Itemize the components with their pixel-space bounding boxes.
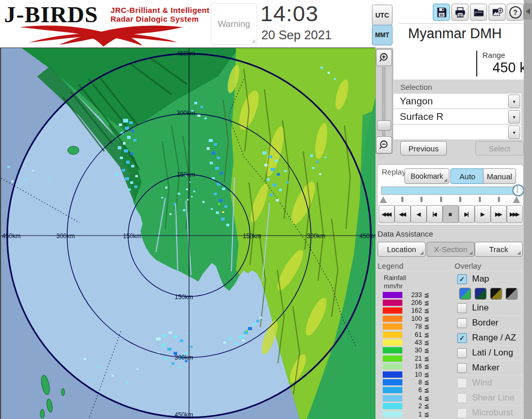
replay-slider-handle[interactable] bbox=[512, 184, 524, 196]
legend-color-swatch bbox=[383, 323, 402, 330]
chevron-down-icon[interactable]: ▾ bbox=[508, 110, 520, 123]
checkbox-lati-long[interactable] bbox=[457, 348, 467, 358]
checkbox-line[interactable] bbox=[457, 303, 467, 313]
legend-value: 100 bbox=[402, 315, 422, 322]
stop-button[interactable]: ■ bbox=[443, 205, 459, 223]
bookmark-button[interactable]: Bookmark bbox=[404, 168, 449, 184]
less-equal-icon: ≦ bbox=[424, 395, 429, 402]
legend-value: 162 bbox=[402, 307, 422, 314]
svg-text:450km: 450km bbox=[2, 232, 21, 240]
checkbox-microburst bbox=[457, 408, 467, 418]
clock-time: 14:03 bbox=[260, 1, 319, 26]
add-image-button[interactable] bbox=[489, 4, 506, 21]
less-equal-icon: ≦ bbox=[424, 323, 429, 330]
chevron-down-icon[interactable]: ▾ bbox=[508, 126, 520, 139]
legend-entry: 30≦ bbox=[382, 347, 451, 354]
legend-entry: 61≦ bbox=[382, 331, 451, 338]
location-button[interactable]: Location bbox=[378, 242, 426, 257]
selection-dropdown-2[interactable]: Surface R▾ bbox=[394, 109, 521, 125]
x-section-button[interactable]: X-Section bbox=[427, 242, 475, 257]
legend-value: 8 bbox=[402, 379, 422, 386]
map-style-swatch-3[interactable] bbox=[490, 288, 502, 300]
overlay-label: Lati / Long bbox=[472, 348, 513, 358]
select-button[interactable]: Select bbox=[475, 141, 524, 156]
replay-slider-track[interactable] bbox=[381, 187, 520, 195]
open-folder-button[interactable] bbox=[470, 4, 487, 21]
warning-label: Warning bbox=[218, 19, 251, 29]
legend-separator bbox=[378, 271, 523, 271]
slider-end-marker[interactable] bbox=[513, 196, 520, 203]
overlay-label: Map bbox=[472, 274, 489, 284]
da-button-label: Track bbox=[489, 245, 508, 254]
legend-title: Legend bbox=[378, 261, 403, 270]
selection-dropdown-1[interactable]: Yangon▾ bbox=[394, 94, 521, 109]
step-forward-button[interactable]: ▶| bbox=[459, 205, 475, 223]
printer-icon bbox=[455, 7, 466, 18]
legend-value: 6 bbox=[402, 386, 422, 394]
legend-color-swatch bbox=[383, 300, 402, 306]
play-button[interactable]: ▶ bbox=[475, 205, 491, 223]
save-button[interactable] bbox=[433, 4, 450, 21]
help-button[interactable]: ? bbox=[507, 4, 524, 21]
legend-value: 4 bbox=[402, 395, 422, 402]
previous-button[interactable]: Previous bbox=[400, 141, 447, 156]
select-label: Select bbox=[489, 144, 510, 153]
rewind-fast-button[interactable]: ◀◀ bbox=[395, 205, 411, 223]
rewind-full-button[interactable]: ◀◀◀ bbox=[379, 205, 395, 223]
zoom-slider-thumb[interactable] bbox=[377, 120, 391, 131]
legend-color-swatch bbox=[383, 316, 402, 322]
slider-start-marker[interactable] bbox=[380, 196, 387, 203]
manual-button[interactable]: Manual bbox=[483, 168, 516, 184]
less-equal-icon: ≦ bbox=[424, 355, 429, 362]
checkbox-range-az[interactable]: ✓ bbox=[457, 333, 467, 343]
track-button[interactable]: Track bbox=[475, 242, 523, 257]
map-zoom-control bbox=[375, 49, 393, 154]
less-equal-icon: ≦ bbox=[424, 402, 429, 410]
forward-fast-button[interactable]: ▶▶ bbox=[491, 205, 507, 223]
svg-text:150km: 150km bbox=[175, 293, 193, 301]
data-assistance-label: Data Assistance bbox=[378, 229, 433, 238]
auto-button[interactable]: Auto bbox=[450, 168, 484, 184]
legend-entry: 78≦ bbox=[382, 323, 451, 331]
print-button[interactable] bbox=[451, 4, 468, 21]
step-back-button[interactable]: |◀ bbox=[427, 205, 443, 223]
bookmark-label: Bookmark bbox=[411, 172, 443, 180]
less-equal-icon: ≦ bbox=[424, 299, 429, 306]
overlay-row-microburst: Microburst bbox=[456, 406, 524, 419]
legend-value: 43 bbox=[402, 339, 422, 346]
zoom-in-button[interactable] bbox=[376, 49, 392, 66]
zoom-in-icon bbox=[379, 52, 390, 64]
legend-scale: 233≦206≦162≦100≦78≦61≦43≦30≦21≦16≦10≦8≦6… bbox=[382, 291, 451, 418]
less-equal-icon: ≦ bbox=[424, 411, 429, 418]
checkbox-border[interactable] bbox=[457, 318, 467, 328]
selection-dropdown-3[interactable]: ▾ bbox=[394, 125, 521, 140]
chevron-down-icon[interactable]: ▾ bbox=[508, 95, 520, 108]
overlay-row-line: Line bbox=[456, 301, 524, 316]
overlay-label: Marker bbox=[472, 363, 499, 373]
overlay-row-wind: Wind bbox=[456, 376, 524, 391]
warning-button[interactable]: Warning bbox=[211, 3, 257, 45]
utc-button[interactable]: UTC bbox=[372, 5, 393, 25]
mmt-button[interactable]: MMT bbox=[372, 25, 393, 45]
slider-tick bbox=[459, 197, 461, 202]
logo-subtitle-1: JRC-Brilliant & Intelligent bbox=[111, 6, 210, 14]
map-style-swatch-2[interactable] bbox=[475, 288, 487, 300]
play-reverse-button[interactable]: ◀ bbox=[411, 205, 427, 223]
corner-triangle-icon bbox=[444, 178, 447, 182]
folder-icon bbox=[473, 7, 484, 18]
checkbox-marker[interactable] bbox=[457, 363, 467, 373]
map-style-swatch-1[interactable] bbox=[459, 288, 471, 300]
forward-full-button[interactable]: ▶▶▶ bbox=[507, 205, 523, 223]
legend-entry: 8≦ bbox=[382, 378, 451, 386]
radar-map[interactable]: 450km300km150km150km300km450km450km300km… bbox=[0, 48, 377, 419]
map-style-swatch-4[interactable] bbox=[506, 288, 518, 300]
checkbox-map[interactable]: ✓ bbox=[457, 274, 467, 284]
checkbox-wind bbox=[457, 378, 467, 388]
zoom-out-button[interactable] bbox=[376, 136, 392, 153]
corner-triangle-icon bbox=[469, 251, 473, 255]
legend-color-swatch bbox=[383, 292, 402, 298]
da-button-label: X-Section bbox=[434, 245, 467, 254]
collapse-panel-button[interactable] bbox=[524, 3, 532, 20]
map-style-row bbox=[456, 287, 524, 301]
save-icon bbox=[436, 7, 447, 18]
